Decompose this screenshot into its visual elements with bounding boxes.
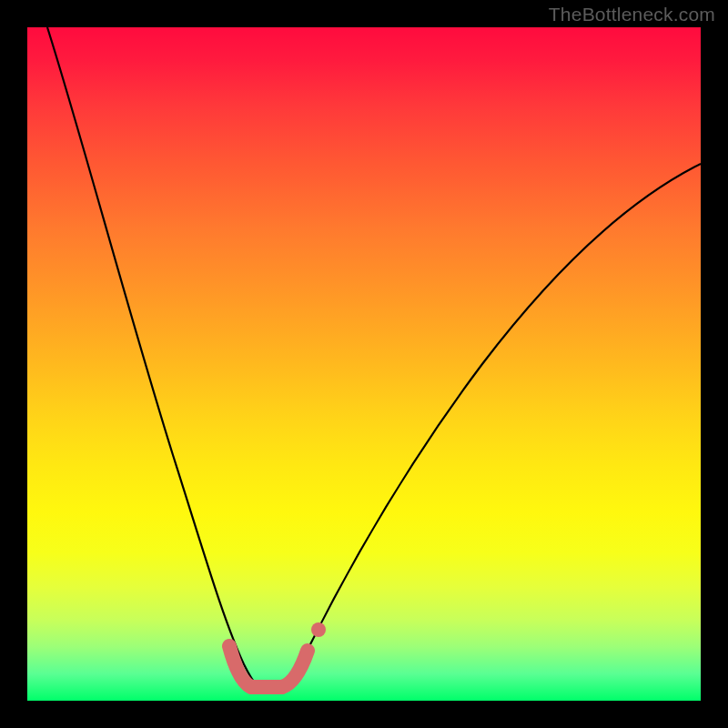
bottleneck-curve-path <box>47 27 701 692</box>
chart-plot-area <box>27 27 701 701</box>
optimal-range-marker-dot <box>311 622 326 637</box>
watermark-text: TheBottleneck.com <box>549 4 715 25</box>
bottleneck-curve-svg <box>27 27 701 701</box>
optimal-range-marker-path <box>229 646 308 687</box>
